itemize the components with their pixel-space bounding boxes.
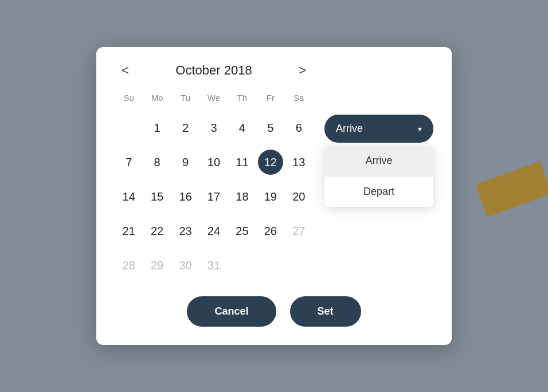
calendar-day[interactable]: 8 xyxy=(143,145,171,179)
calendar-day[interactable]: 30 xyxy=(171,248,199,283)
arrive-option[interactable]: Arrive xyxy=(324,146,433,176)
arrive-button-label: Arrive xyxy=(336,123,363,135)
calendar-day[interactable]: 22 xyxy=(143,214,171,248)
calendar-day[interactable]: 19 xyxy=(256,179,284,214)
set-button[interactable]: Set xyxy=(290,296,361,327)
calendar-day[interactable]: 6 xyxy=(285,111,313,145)
calendar-day[interactable]: 3 xyxy=(199,111,228,145)
month-year-title: October 2018 xyxy=(175,63,252,78)
calendar-dialog: < October 2018 > SuMoTuWeThFrSa 12345678… xyxy=(96,47,452,345)
calendar-day[interactable]: 26 xyxy=(256,214,284,248)
calendar-day[interactable]: 18 xyxy=(228,179,256,214)
calendar-day[interactable]: 7 xyxy=(115,145,143,179)
calendar-day[interactable]: 23 xyxy=(171,214,199,248)
calendar-day xyxy=(256,248,284,283)
calendar-day[interactable]: 17 xyxy=(199,179,228,214)
calendar-day xyxy=(115,111,143,145)
calendar-day[interactable]: 27 xyxy=(285,214,313,248)
calendar-section: < October 2018 > SuMoTuWeThFrSa 12345678… xyxy=(115,63,313,283)
calendar-grid: SuMoTuWeThFrSa 1234567891011121314151617… xyxy=(115,89,313,283)
arrive-dropdown-section: Arrive ▾ Arrive Depart xyxy=(324,115,433,143)
calendar-day xyxy=(228,248,256,283)
calendar-day[interactable]: 20 xyxy=(285,179,313,214)
calendar-day[interactable]: 31 xyxy=(199,248,228,283)
dialog-footer: Cancel Set xyxy=(115,296,433,327)
day-of-week-header: Fr xyxy=(256,89,284,111)
prev-month-button[interactable]: < xyxy=(115,61,136,80)
calendar-day[interactable]: 13 xyxy=(285,145,313,179)
arrive-depart-button[interactable]: Arrive ▾ xyxy=(324,115,433,143)
chevron-down-icon: ▾ xyxy=(418,124,422,134)
day-of-week-header: Sa xyxy=(285,89,313,111)
calendar-day xyxy=(285,248,313,283)
calendar-day[interactable]: 29 xyxy=(143,248,171,283)
day-of-week-header: Su xyxy=(115,89,143,111)
calendar-day[interactable]: 9 xyxy=(171,145,199,179)
calendar-day[interactable]: 1 xyxy=(143,111,171,145)
calendar-day[interactable]: 11 xyxy=(228,145,256,179)
calendar-day[interactable]: 5 xyxy=(256,111,284,145)
day-of-week-header: Mo xyxy=(143,89,171,111)
dialog-content: < October 2018 > SuMoTuWeThFrSa 12345678… xyxy=(115,63,433,283)
calendar-day[interactable]: 16 xyxy=(171,179,199,214)
day-of-week-header: Tu xyxy=(171,89,199,111)
arrive-depart-dropdown-menu: Arrive Depart xyxy=(324,146,433,207)
calendar-day[interactable]: 24 xyxy=(199,214,228,248)
calendar-day[interactable]: 12 xyxy=(256,145,284,179)
calendar-header: < October 2018 > xyxy=(115,63,313,78)
calendar-day[interactable]: 28 xyxy=(115,248,143,283)
calendar-day[interactable]: 21 xyxy=(115,214,143,248)
cancel-button[interactable]: Cancel xyxy=(187,296,276,327)
next-month-button[interactable]: > xyxy=(292,61,313,80)
calendar-day[interactable]: 4 xyxy=(228,111,256,145)
calendar-day[interactable]: 14 xyxy=(115,179,143,214)
calendar-day[interactable]: 10 xyxy=(199,145,228,179)
day-of-week-header: Th xyxy=(228,89,256,111)
depart-option[interactable]: Depart xyxy=(324,176,433,207)
calendar-day[interactable]: 15 xyxy=(143,179,171,214)
calendar-day[interactable]: 2 xyxy=(171,111,199,145)
calendar-day[interactable]: 25 xyxy=(228,214,256,248)
day-of-week-header: We xyxy=(199,89,228,111)
